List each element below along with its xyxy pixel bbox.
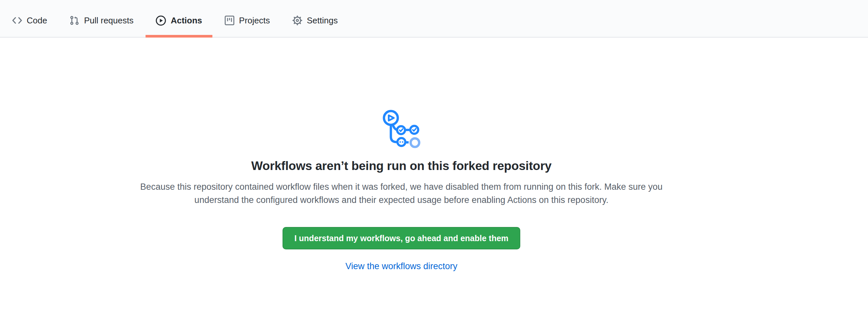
git-pull-request-icon — [69, 15, 80, 25]
play-circle-icon — [156, 15, 166, 26]
tab-label: Settings — [307, 16, 338, 25]
project-board-icon — [224, 15, 235, 25]
tab-label: Actions — [170, 16, 202, 25]
page-title: Workflows aren’t being run on this forke… — [0, 159, 803, 173]
blankslate-description: Because this repository contained workfl… — [136, 180, 666, 207]
view-workflows-link[interactable]: View the workflows directory — [345, 261, 457, 271]
tab-pull-requests[interactable]: Pull requests — [59, 4, 144, 37]
tab-label: Code — [27, 16, 47, 25]
workflow-graph-icon — [382, 110, 421, 150]
code-icon — [12, 15, 22, 25]
gear-icon — [292, 15, 302, 25]
repo-tab-bar: Code Pull requests Actions — [0, 0, 868, 37]
tab-projects[interactable]: Projects — [214, 4, 280, 37]
enable-workflows-button[interactable]: I understand my workflows, go ahead and … — [282, 227, 520, 249]
tab-actions[interactable]: Actions — [146, 4, 212, 37]
actions-blankslate: Workflows aren’t being run on this forke… — [0, 37, 803, 272]
tab-label: Pull requests — [84, 16, 133, 25]
tab-settings[interactable]: Settings — [282, 4, 348, 37]
tab-label: Projects — [239, 16, 270, 25]
tab-code[interactable]: Code — [2, 4, 57, 37]
